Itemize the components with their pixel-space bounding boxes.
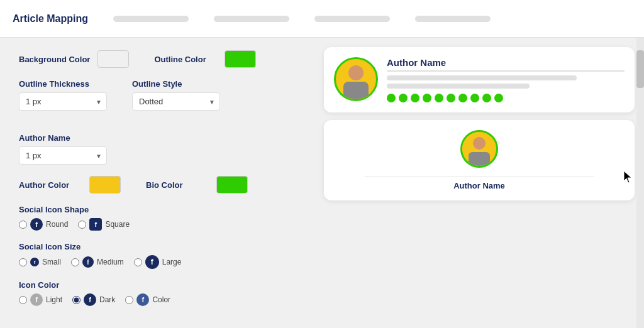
outline-thickness-select-wrapper: 1 px 2 px 3 px ▼: [19, 92, 107, 111]
person-head-1: [348, 65, 364, 80]
social-icon-shape-block: Social Icon Shape f Round f Square: [19, 205, 296, 231]
author-color-label: Author Color: [19, 180, 82, 190]
card-name-2: Author Name: [453, 181, 505, 190]
dot-10: [494, 94, 503, 102]
scrollbar-thumb[interactable]: [636, 50, 644, 88]
shape-round-radio[interactable]: [19, 221, 27, 229]
dot-7: [458, 94, 467, 102]
card-info-1: Author Name: [387, 57, 625, 102]
icon-light-radio[interactable]: [19, 296, 27, 304]
outline-style-block: Outline Style Dotted Solid Dashed ▼: [132, 79, 220, 111]
top-bar: Article Mapping: [0, 0, 644, 38]
nav-pill-4: [415, 16, 491, 22]
outline-thickness-select[interactable]: 1 px 2 px 3 px: [19, 92, 107, 111]
person-head-2: [473, 137, 486, 150]
row-outline: Outline Thickness 1 px 2 px 3 px ▼ Outli…: [19, 79, 296, 122]
dot-9: [482, 94, 491, 102]
square-icon: f: [89, 218, 102, 231]
author-color-group: Author Color: [19, 176, 121, 194]
outline-thickness-block: Outline Thickness 1 px 2 px 3 px ▼: [19, 79, 107, 111]
dot-8: [470, 94, 479, 102]
nav-pill-3: [314, 16, 390, 22]
background-color-group: Background Color: [19, 50, 129, 68]
size-large-option[interactable]: f Large: [134, 255, 182, 269]
icon-color-label: Color: [152, 295, 170, 304]
icon-dark-option[interactable]: f Dark: [72, 293, 115, 306]
person-body-1: [343, 82, 369, 99]
dot-2: [399, 94, 408, 102]
social-icon-shape-label: Social Icon Shape: [19, 205, 296, 214]
size-small-radio[interactable]: [19, 258, 27, 266]
medium-icon: f: [82, 256, 94, 268]
background-color-swatch[interactable]: [97, 50, 129, 68]
author-color-swatch[interactable]: [89, 176, 121, 194]
row-author-bio-color: Author Color Bio Color: [19, 176, 296, 194]
author-name-label: Author Name: [19, 133, 296, 143]
shape-square-option[interactable]: f Square: [78, 218, 130, 231]
dark-icon: f: [84, 293, 96, 306]
dot-3: [411, 94, 419, 102]
size-medium-option[interactable]: f Medium: [71, 256, 124, 268]
color-icon: f: [136, 293, 149, 306]
row-colors: Background Color Outline Color: [19, 50, 296, 68]
app-container: Article Mapping Background Color Outline…: [0, 0, 644, 328]
icon-color-block: Icon Color f Light f Dark f: [19, 280, 296, 306]
shape-radio-group: f Round f Square: [19, 218, 296, 231]
nav-pill-2: [214, 16, 289, 22]
cursor-arrow: [623, 170, 635, 182]
icon-color-radio-group: f Light f Dark f Color: [19, 293, 296, 306]
icon-light-option[interactable]: f Light: [19, 293, 62, 306]
app-title: Article Mapping: [13, 13, 88, 25]
shape-square-radio[interactable]: [78, 221, 86, 229]
social-icon-size-block: Social Icon Size f Small f Medium f: [19, 242, 296, 269]
card-line-1: [387, 75, 577, 80]
size-small-label: Small: [42, 258, 61, 266]
small-icon: f: [30, 258, 39, 266]
preview-card-horizontal: Author Name: [324, 47, 635, 112]
card-divider: [365, 177, 593, 177]
main-content: Background Color Outline Color Outline T…: [0, 38, 644, 328]
scrollbar[interactable]: [636, 38, 644, 328]
author-name-block: Author Name 1 px 2 px ▼: [19, 133, 296, 165]
outline-style-label: Outline Style: [132, 79, 220, 89]
outline-thickness-label: Outline Thickness: [19, 79, 107, 89]
shape-round-option[interactable]: f Round: [19, 218, 68, 231]
outline-style-select[interactable]: Dotted Solid Dashed: [132, 92, 220, 111]
bio-color-group: Bio Color: [146, 176, 248, 194]
icon-dark-radio[interactable]: [72, 296, 80, 304]
icon-color-option[interactable]: f Color: [125, 293, 170, 306]
card-name-1: Author Name: [387, 57, 625, 72]
person-body-2: [469, 152, 490, 166]
light-icon: f: [30, 293, 43, 306]
social-dots-1: [387, 94, 625, 102]
outline-color-label: Outline Color: [154, 55, 217, 64]
size-large-label: Large: [162, 258, 182, 266]
dot-1: [387, 94, 396, 102]
large-icon: f: [145, 255, 159, 269]
size-medium-radio[interactable]: [71, 258, 79, 266]
size-small-option[interactable]: f Small: [19, 258, 61, 266]
outline-color-group: Outline Color: [154, 50, 256, 68]
icon-color-radio[interactable]: [125, 296, 133, 304]
bio-color-label: Bio Color: [146, 180, 209, 190]
avatar-person-1: [336, 59, 376, 99]
left-panel: Background Color Outline Color Outline T…: [0, 38, 314, 328]
right-panel: Author Name: [314, 38, 644, 328]
icon-light-label: Light: [46, 295, 62, 304]
bio-color-swatch[interactable]: [216, 176, 248, 194]
social-icon-size-label: Social Icon Size: [19, 242, 296, 251]
outline-style-select-wrapper: Dotted Solid Dashed ▼: [132, 92, 220, 111]
outline-color-swatch[interactable]: [225, 50, 256, 68]
author-name-select-wrapper: 1 px 2 px ▼: [19, 146, 107, 165]
shape-round-label: Round: [46, 220, 68, 229]
round-icon: f: [30, 218, 43, 231]
shape-square-label: Square: [105, 220, 130, 229]
avatar-person-2: [462, 132, 496, 166]
author-name-select[interactable]: 1 px 2 px: [19, 146, 107, 165]
dot-5: [435, 94, 443, 102]
icon-dark-label: Dark: [99, 295, 115, 304]
icon-color-label: Icon Color: [19, 280, 296, 290]
preview-card-vertical: Author Name: [324, 120, 635, 200]
size-large-radio[interactable]: [134, 258, 142, 266]
dot-4: [423, 94, 431, 102]
